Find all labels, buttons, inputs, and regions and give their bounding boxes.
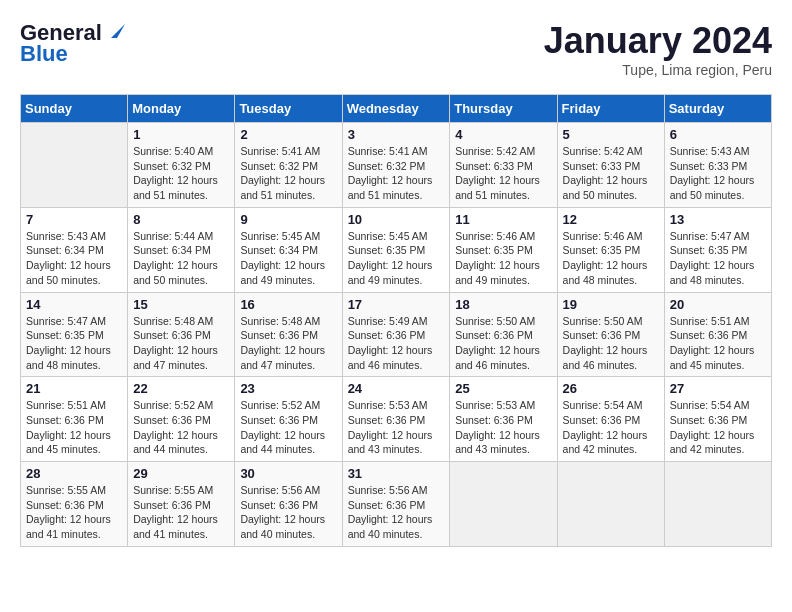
day-info: Sunrise: 5:43 AMSunset: 6:33 PMDaylight:… — [670, 144, 766, 203]
calendar-cell: 11Sunrise: 5:46 AMSunset: 6:35 PMDayligh… — [450, 207, 557, 292]
logo: General Blue — [20, 20, 125, 67]
day-info: Sunrise: 5:48 AMSunset: 6:36 PMDaylight:… — [240, 314, 336, 373]
day-info: Sunrise: 5:46 AMSunset: 6:35 PMDaylight:… — [455, 229, 551, 288]
day-number: 8 — [133, 212, 229, 227]
calendar-cell: 9Sunrise: 5:45 AMSunset: 6:34 PMDaylight… — [235, 207, 342, 292]
calendar-cell: 22Sunrise: 5:52 AMSunset: 6:36 PMDayligh… — [128, 377, 235, 462]
calendar-cell: 2Sunrise: 5:41 AMSunset: 6:32 PMDaylight… — [235, 123, 342, 208]
day-number: 20 — [670, 297, 766, 312]
day-info: Sunrise: 5:50 AMSunset: 6:36 PMDaylight:… — [455, 314, 551, 373]
day-number: 30 — [240, 466, 336, 481]
calendar-cell: 20Sunrise: 5:51 AMSunset: 6:36 PMDayligh… — [664, 292, 771, 377]
day-info: Sunrise: 5:56 AMSunset: 6:36 PMDaylight:… — [240, 483, 336, 542]
day-number: 18 — [455, 297, 551, 312]
calendar-cell: 24Sunrise: 5:53 AMSunset: 6:36 PMDayligh… — [342, 377, 450, 462]
calendar-cell — [664, 462, 771, 547]
day-number: 22 — [133, 381, 229, 396]
day-info: Sunrise: 5:53 AMSunset: 6:36 PMDaylight:… — [455, 398, 551, 457]
calendar-cell: 18Sunrise: 5:50 AMSunset: 6:36 PMDayligh… — [450, 292, 557, 377]
calendar-cell: 26Sunrise: 5:54 AMSunset: 6:36 PMDayligh… — [557, 377, 664, 462]
calendar-cell: 13Sunrise: 5:47 AMSunset: 6:35 PMDayligh… — [664, 207, 771, 292]
day-number: 4 — [455, 127, 551, 142]
day-info: Sunrise: 5:42 AMSunset: 6:33 PMDaylight:… — [563, 144, 659, 203]
day-info: Sunrise: 5:44 AMSunset: 6:34 PMDaylight:… — [133, 229, 229, 288]
col-sunday: Sunday — [21, 95, 128, 123]
day-number: 31 — [348, 466, 445, 481]
day-info: Sunrise: 5:41 AMSunset: 6:32 PMDaylight:… — [240, 144, 336, 203]
day-info: Sunrise: 5:53 AMSunset: 6:36 PMDaylight:… — [348, 398, 445, 457]
week-row-3: 14Sunrise: 5:47 AMSunset: 6:35 PMDayligh… — [21, 292, 772, 377]
calendar-cell: 30Sunrise: 5:56 AMSunset: 6:36 PMDayligh… — [235, 462, 342, 547]
day-info: Sunrise: 5:45 AMSunset: 6:35 PMDaylight:… — [348, 229, 445, 288]
col-tuesday: Tuesday — [235, 95, 342, 123]
day-number: 14 — [26, 297, 122, 312]
svg-marker-0 — [111, 24, 125, 38]
calendar-table: Sunday Monday Tuesday Wednesday Thursday… — [20, 94, 772, 547]
day-info: Sunrise: 5:54 AMSunset: 6:36 PMDaylight:… — [563, 398, 659, 457]
col-wednesday: Wednesday — [342, 95, 450, 123]
day-info: Sunrise: 5:49 AMSunset: 6:36 PMDaylight:… — [348, 314, 445, 373]
day-number: 2 — [240, 127, 336, 142]
day-number: 1 — [133, 127, 229, 142]
calendar-cell: 1Sunrise: 5:40 AMSunset: 6:32 PMDaylight… — [128, 123, 235, 208]
day-number: 10 — [348, 212, 445, 227]
day-number: 29 — [133, 466, 229, 481]
day-number: 26 — [563, 381, 659, 396]
day-info: Sunrise: 5:54 AMSunset: 6:36 PMDaylight:… — [670, 398, 766, 457]
calendar-cell: 10Sunrise: 5:45 AMSunset: 6:35 PMDayligh… — [342, 207, 450, 292]
calendar-cell: 15Sunrise: 5:48 AMSunset: 6:36 PMDayligh… — [128, 292, 235, 377]
day-number: 28 — [26, 466, 122, 481]
col-monday: Monday — [128, 95, 235, 123]
week-row-1: 1Sunrise: 5:40 AMSunset: 6:32 PMDaylight… — [21, 123, 772, 208]
page-header: General Blue January 2024 Tupe, Lima reg… — [20, 20, 772, 78]
day-number: 27 — [670, 381, 766, 396]
day-info: Sunrise: 5:55 AMSunset: 6:36 PMDaylight:… — [26, 483, 122, 542]
calendar-cell: 28Sunrise: 5:55 AMSunset: 6:36 PMDayligh… — [21, 462, 128, 547]
day-number: 11 — [455, 212, 551, 227]
calendar-cell: 21Sunrise: 5:51 AMSunset: 6:36 PMDayligh… — [21, 377, 128, 462]
calendar-cell: 17Sunrise: 5:49 AMSunset: 6:36 PMDayligh… — [342, 292, 450, 377]
day-number: 6 — [670, 127, 766, 142]
day-info: Sunrise: 5:41 AMSunset: 6:32 PMDaylight:… — [348, 144, 445, 203]
calendar-cell: 4Sunrise: 5:42 AMSunset: 6:33 PMDaylight… — [450, 123, 557, 208]
calendar-title: January 2024 — [544, 20, 772, 62]
day-number: 7 — [26, 212, 122, 227]
calendar-cell: 5Sunrise: 5:42 AMSunset: 6:33 PMDaylight… — [557, 123, 664, 208]
day-number: 12 — [563, 212, 659, 227]
calendar-cell — [21, 123, 128, 208]
calendar-cell: 29Sunrise: 5:55 AMSunset: 6:36 PMDayligh… — [128, 462, 235, 547]
calendar-cell: 3Sunrise: 5:41 AMSunset: 6:32 PMDaylight… — [342, 123, 450, 208]
day-number: 24 — [348, 381, 445, 396]
week-row-5: 28Sunrise: 5:55 AMSunset: 6:36 PMDayligh… — [21, 462, 772, 547]
day-info: Sunrise: 5:42 AMSunset: 6:33 PMDaylight:… — [455, 144, 551, 203]
calendar-cell: 6Sunrise: 5:43 AMSunset: 6:33 PMDaylight… — [664, 123, 771, 208]
day-info: Sunrise: 5:47 AMSunset: 6:35 PMDaylight:… — [26, 314, 122, 373]
logo-blue: Blue — [20, 41, 125, 66]
calendar-subtitle: Tupe, Lima region, Peru — [544, 62, 772, 78]
week-row-4: 21Sunrise: 5:51 AMSunset: 6:36 PMDayligh… — [21, 377, 772, 462]
col-friday: Friday — [557, 95, 664, 123]
calendar-cell — [450, 462, 557, 547]
calendar-body: 1Sunrise: 5:40 AMSunset: 6:32 PMDaylight… — [21, 123, 772, 547]
day-info: Sunrise: 5:52 AMSunset: 6:36 PMDaylight:… — [133, 398, 229, 457]
day-info: Sunrise: 5:43 AMSunset: 6:34 PMDaylight:… — [26, 229, 122, 288]
day-number: 9 — [240, 212, 336, 227]
calendar-cell: 31Sunrise: 5:56 AMSunset: 6:36 PMDayligh… — [342, 462, 450, 547]
day-number: 25 — [455, 381, 551, 396]
day-info: Sunrise: 5:55 AMSunset: 6:36 PMDaylight:… — [133, 483, 229, 542]
day-info: Sunrise: 5:52 AMSunset: 6:36 PMDaylight:… — [240, 398, 336, 457]
day-number: 15 — [133, 297, 229, 312]
calendar-cell: 14Sunrise: 5:47 AMSunset: 6:35 PMDayligh… — [21, 292, 128, 377]
day-info: Sunrise: 5:45 AMSunset: 6:34 PMDaylight:… — [240, 229, 336, 288]
day-info: Sunrise: 5:48 AMSunset: 6:36 PMDaylight:… — [133, 314, 229, 373]
day-number: 17 — [348, 297, 445, 312]
calendar-cell — [557, 462, 664, 547]
calendar-header: Sunday Monday Tuesday Wednesday Thursday… — [21, 95, 772, 123]
calendar-cell: 23Sunrise: 5:52 AMSunset: 6:36 PMDayligh… — [235, 377, 342, 462]
day-info: Sunrise: 5:51 AMSunset: 6:36 PMDaylight:… — [26, 398, 122, 457]
title-section: January 2024 Tupe, Lima region, Peru — [544, 20, 772, 78]
col-saturday: Saturday — [664, 95, 771, 123]
week-row-2: 7Sunrise: 5:43 AMSunset: 6:34 PMDaylight… — [21, 207, 772, 292]
day-info: Sunrise: 5:56 AMSunset: 6:36 PMDaylight:… — [348, 483, 445, 542]
calendar-cell: 27Sunrise: 5:54 AMSunset: 6:36 PMDayligh… — [664, 377, 771, 462]
